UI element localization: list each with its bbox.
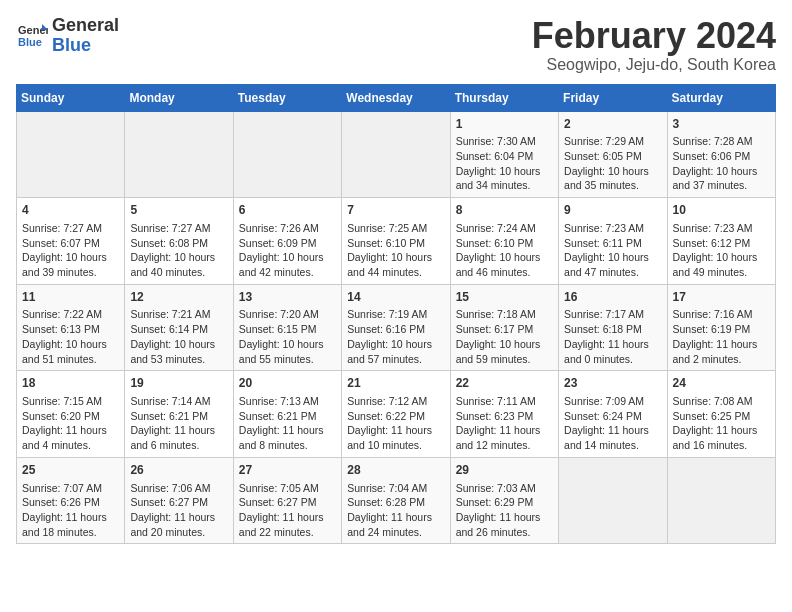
month-title: February 2024 bbox=[532, 16, 776, 56]
day-info: Sunrise: 7:16 AM Sunset: 6:19 PM Dayligh… bbox=[673, 307, 770, 366]
location: Seogwipo, Jeju-do, South Korea bbox=[532, 56, 776, 74]
day-number: 22 bbox=[456, 375, 553, 392]
day-info: Sunrise: 7:17 AM Sunset: 6:18 PM Dayligh… bbox=[564, 307, 661, 366]
day-info: Sunrise: 7:20 AM Sunset: 6:15 PM Dayligh… bbox=[239, 307, 336, 366]
day-info: Sunrise: 7:08 AM Sunset: 6:25 PM Dayligh… bbox=[673, 394, 770, 453]
calendar-week-row: 4Sunrise: 7:27 AM Sunset: 6:07 PM Daylig… bbox=[17, 198, 776, 285]
calendar-day-cell bbox=[559, 457, 667, 544]
calendar-day-cell: 5Sunrise: 7:27 AM Sunset: 6:08 PM Daylig… bbox=[125, 198, 233, 285]
day-info: Sunrise: 7:28 AM Sunset: 6:06 PM Dayligh… bbox=[673, 134, 770, 193]
day-info: Sunrise: 7:07 AM Sunset: 6:26 PM Dayligh… bbox=[22, 481, 119, 540]
day-info: Sunrise: 7:21 AM Sunset: 6:14 PM Dayligh… bbox=[130, 307, 227, 366]
day-number: 15 bbox=[456, 289, 553, 306]
calendar-day-cell: 8Sunrise: 7:24 AM Sunset: 6:10 PM Daylig… bbox=[450, 198, 558, 285]
day-info: Sunrise: 7:25 AM Sunset: 6:10 PM Dayligh… bbox=[347, 221, 444, 280]
calendar-day-cell: 3Sunrise: 7:28 AM Sunset: 6:06 PM Daylig… bbox=[667, 111, 775, 198]
day-number: 12 bbox=[130, 289, 227, 306]
day-info: Sunrise: 7:15 AM Sunset: 6:20 PM Dayligh… bbox=[22, 394, 119, 453]
calendar-week-row: 11Sunrise: 7:22 AM Sunset: 6:13 PM Dayli… bbox=[17, 284, 776, 371]
day-number: 24 bbox=[673, 375, 770, 392]
day-number: 13 bbox=[239, 289, 336, 306]
day-number: 26 bbox=[130, 462, 227, 479]
day-info: Sunrise: 7:23 AM Sunset: 6:11 PM Dayligh… bbox=[564, 221, 661, 280]
calendar-day-cell bbox=[125, 111, 233, 198]
day-info: Sunrise: 7:03 AM Sunset: 6:29 PM Dayligh… bbox=[456, 481, 553, 540]
logo: General Blue General Blue bbox=[16, 16, 119, 56]
day-info: Sunrise: 7:22 AM Sunset: 6:13 PM Dayligh… bbox=[22, 307, 119, 366]
weekday-header-cell: Thursday bbox=[450, 84, 558, 111]
title-area: February 2024 Seogwipo, Jeju-do, South K… bbox=[532, 16, 776, 74]
day-info: Sunrise: 7:05 AM Sunset: 6:27 PM Dayligh… bbox=[239, 481, 336, 540]
calendar-day-cell: 1Sunrise: 7:30 AM Sunset: 6:04 PM Daylig… bbox=[450, 111, 558, 198]
day-info: Sunrise: 7:27 AM Sunset: 6:07 PM Dayligh… bbox=[22, 221, 119, 280]
logo-blue-text: Blue bbox=[52, 35, 91, 55]
calendar-day-cell bbox=[342, 111, 450, 198]
weekday-header-row: SundayMondayTuesdayWednesdayThursdayFrid… bbox=[17, 84, 776, 111]
calendar-day-cell: 28Sunrise: 7:04 AM Sunset: 6:28 PM Dayli… bbox=[342, 457, 450, 544]
day-number: 18 bbox=[22, 375, 119, 392]
calendar-day-cell: 23Sunrise: 7:09 AM Sunset: 6:24 PM Dayli… bbox=[559, 371, 667, 458]
calendar-day-cell: 17Sunrise: 7:16 AM Sunset: 6:19 PM Dayli… bbox=[667, 284, 775, 371]
day-number: 11 bbox=[22, 289, 119, 306]
day-number: 1 bbox=[456, 116, 553, 133]
day-number: 16 bbox=[564, 289, 661, 306]
weekday-header-cell: Sunday bbox=[17, 84, 125, 111]
day-info: Sunrise: 7:09 AM Sunset: 6:24 PM Dayligh… bbox=[564, 394, 661, 453]
calendar-day-cell: 6Sunrise: 7:26 AM Sunset: 6:09 PM Daylig… bbox=[233, 198, 341, 285]
day-info: Sunrise: 7:04 AM Sunset: 6:28 PM Dayligh… bbox=[347, 481, 444, 540]
day-number: 23 bbox=[564, 375, 661, 392]
svg-text:Blue: Blue bbox=[18, 36, 42, 48]
header: General Blue General Blue February 2024 … bbox=[16, 16, 776, 74]
day-number: 5 bbox=[130, 202, 227, 219]
calendar-day-cell: 27Sunrise: 7:05 AM Sunset: 6:27 PM Dayli… bbox=[233, 457, 341, 544]
day-info: Sunrise: 7:24 AM Sunset: 6:10 PM Dayligh… bbox=[456, 221, 553, 280]
calendar-day-cell: 14Sunrise: 7:19 AM Sunset: 6:16 PM Dayli… bbox=[342, 284, 450, 371]
day-info: Sunrise: 7:11 AM Sunset: 6:23 PM Dayligh… bbox=[456, 394, 553, 453]
calendar-day-cell: 15Sunrise: 7:18 AM Sunset: 6:17 PM Dayli… bbox=[450, 284, 558, 371]
calendar-day-cell: 22Sunrise: 7:11 AM Sunset: 6:23 PM Dayli… bbox=[450, 371, 558, 458]
calendar-day-cell: 25Sunrise: 7:07 AM Sunset: 6:26 PM Dayli… bbox=[17, 457, 125, 544]
day-number: 3 bbox=[673, 116, 770, 133]
calendar-day-cell: 7Sunrise: 7:25 AM Sunset: 6:10 PM Daylig… bbox=[342, 198, 450, 285]
calendar-day-cell: 9Sunrise: 7:23 AM Sunset: 6:11 PM Daylig… bbox=[559, 198, 667, 285]
calendar-day-cell: 10Sunrise: 7:23 AM Sunset: 6:12 PM Dayli… bbox=[667, 198, 775, 285]
calendar-week-row: 25Sunrise: 7:07 AM Sunset: 6:26 PM Dayli… bbox=[17, 457, 776, 544]
day-number: 27 bbox=[239, 462, 336, 479]
day-info: Sunrise: 7:14 AM Sunset: 6:21 PM Dayligh… bbox=[130, 394, 227, 453]
calendar-day-cell: 13Sunrise: 7:20 AM Sunset: 6:15 PM Dayli… bbox=[233, 284, 341, 371]
day-info: Sunrise: 7:06 AM Sunset: 6:27 PM Dayligh… bbox=[130, 481, 227, 540]
calendar-week-row: 1Sunrise: 7:30 AM Sunset: 6:04 PM Daylig… bbox=[17, 111, 776, 198]
calendar-day-cell: 19Sunrise: 7:14 AM Sunset: 6:21 PM Dayli… bbox=[125, 371, 233, 458]
calendar-week-row: 18Sunrise: 7:15 AM Sunset: 6:20 PM Dayli… bbox=[17, 371, 776, 458]
weekday-header-cell: Saturday bbox=[667, 84, 775, 111]
day-number: 25 bbox=[22, 462, 119, 479]
day-info: Sunrise: 7:30 AM Sunset: 6:04 PM Dayligh… bbox=[456, 134, 553, 193]
day-info: Sunrise: 7:18 AM Sunset: 6:17 PM Dayligh… bbox=[456, 307, 553, 366]
calendar-body: 1Sunrise: 7:30 AM Sunset: 6:04 PM Daylig… bbox=[17, 111, 776, 544]
day-info: Sunrise: 7:26 AM Sunset: 6:09 PM Dayligh… bbox=[239, 221, 336, 280]
calendar-day-cell: 2Sunrise: 7:29 AM Sunset: 6:05 PM Daylig… bbox=[559, 111, 667, 198]
calendar-day-cell: 24Sunrise: 7:08 AM Sunset: 6:25 PM Dayli… bbox=[667, 371, 775, 458]
weekday-header-cell: Tuesday bbox=[233, 84, 341, 111]
calendar-day-cell: 4Sunrise: 7:27 AM Sunset: 6:07 PM Daylig… bbox=[17, 198, 125, 285]
day-number: 17 bbox=[673, 289, 770, 306]
day-number: 19 bbox=[130, 375, 227, 392]
calendar-day-cell: 26Sunrise: 7:06 AM Sunset: 6:27 PM Dayli… bbox=[125, 457, 233, 544]
day-number: 8 bbox=[456, 202, 553, 219]
calendar-table: SundayMondayTuesdayWednesdayThursdayFrid… bbox=[16, 84, 776, 545]
day-info: Sunrise: 7:23 AM Sunset: 6:12 PM Dayligh… bbox=[673, 221, 770, 280]
day-info: Sunrise: 7:27 AM Sunset: 6:08 PM Dayligh… bbox=[130, 221, 227, 280]
calendar-day-cell bbox=[17, 111, 125, 198]
day-info: Sunrise: 7:13 AM Sunset: 6:21 PM Dayligh… bbox=[239, 394, 336, 453]
day-info: Sunrise: 7:29 AM Sunset: 6:05 PM Dayligh… bbox=[564, 134, 661, 193]
weekday-header-cell: Friday bbox=[559, 84, 667, 111]
logo-general-text: General bbox=[52, 15, 119, 35]
day-number: 9 bbox=[564, 202, 661, 219]
day-number: 29 bbox=[456, 462, 553, 479]
calendar-day-cell: 11Sunrise: 7:22 AM Sunset: 6:13 PM Dayli… bbox=[17, 284, 125, 371]
day-number: 14 bbox=[347, 289, 444, 306]
day-number: 20 bbox=[239, 375, 336, 392]
calendar-day-cell bbox=[667, 457, 775, 544]
day-number: 7 bbox=[347, 202, 444, 219]
day-number: 6 bbox=[239, 202, 336, 219]
